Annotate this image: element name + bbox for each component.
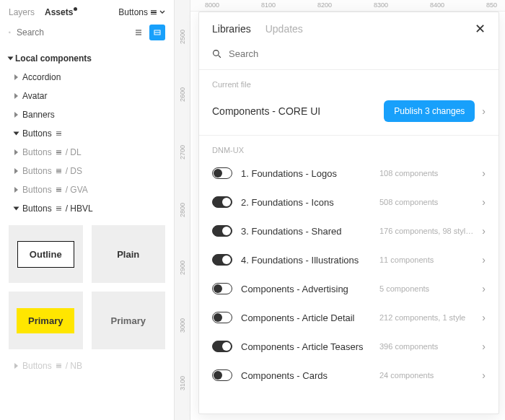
chevron-right-icon[interactable]: ›: [482, 196, 486, 208]
tree-item[interactable]: Accordion: [0, 68, 174, 87]
tree-item-sub[interactable]: Buttons/ HBVL: [0, 199, 174, 218]
tab-layers[interactable]: Layers: [9, 7, 35, 17]
publish-button[interactable]: Publish 3 changes: [384, 100, 475, 122]
component-thumb[interactable]: Primary: [9, 292, 83, 349]
chevron-right-icon[interactable]: ›: [482, 341, 486, 352]
svg-point-4: [214, 51, 219, 56]
library-name: 2. Foundations - Icons: [241, 197, 371, 208]
library-row[interactable]: 3. Foundations - Shared176 components, 9…: [199, 216, 499, 245]
tree-item-sub[interactable]: Buttons/ DL: [0, 143, 174, 162]
library-name: Components - Article Detail: [241, 312, 371, 323]
local-components-header[interactable]: Local components: [0, 49, 174, 68]
library-name: Components - Article Teasers: [241, 341, 371, 352]
chevron-right-icon[interactable]: ›: [482, 105, 486, 117]
team-label: DNM-UX: [199, 136, 499, 159]
assets-search-input[interactable]: [17, 27, 125, 38]
library-row[interactable]: Components - Article Teasers396 componen…: [199, 332, 499, 361]
library-row[interactable]: Components - Cards24 components›: [199, 361, 499, 390]
library-meta: 5 components: [379, 284, 473, 293]
tree-item-footer[interactable]: Buttons / NB: [0, 356, 174, 375]
caret-down-icon: [14, 207, 19, 211]
svg-point-0: [9, 32, 10, 33]
caret-right-icon: [14, 187, 18, 193]
caret-down-icon: [14, 132, 19, 136]
library-row[interactable]: 1. Foundations - Logos108 components›: [199, 159, 499, 188]
component-icon: [56, 188, 61, 192]
tab-assets[interactable]: Assets: [45, 7, 77, 17]
close-icon[interactable]: ✕: [475, 22, 486, 35]
component-thumb[interactable]: Outline: [9, 225, 83, 283]
library-name: Components - Advertising: [241, 284, 371, 294]
library-row[interactable]: Components - Advertising5 components›: [199, 274, 499, 303]
chevron-right-icon[interactable]: ›: [482, 369, 486, 381]
tree-item-sub[interactable]: Buttons/ DS: [0, 162, 174, 180]
component-icon: [56, 131, 61, 136]
library-meta: 212 components, 1 style: [379, 313, 473, 322]
tree-item[interactable]: Buttons: [0, 124, 174, 143]
search-icon: [212, 49, 221, 58]
svg-line-5: [219, 56, 221, 58]
chevron-right-icon[interactable]: ›: [482, 254, 486, 266]
caret-right-icon: [14, 112, 18, 118]
library-toggle[interactable]: [212, 167, 232, 179]
chevron-down-icon: [159, 9, 165, 15]
library-meta: 508 components: [379, 198, 473, 206]
vertical-ruler: 2500260027002800290030003100: [175, 0, 190, 420]
svg-line-1: [10, 33, 11, 34]
libraries-panel: Libraries Updates ✕ Current file Compone…: [198, 12, 499, 414]
library-meta: 396 components: [379, 342, 473, 351]
library-toggle[interactable]: [212, 369, 232, 381]
library-name: 3. Foundations - Shared: [241, 226, 371, 237]
current-file-label: Current file: [199, 70, 499, 93]
library-row[interactable]: Components - Article Detail212 component…: [199, 303, 499, 332]
chevron-right-icon[interactable]: ›: [482, 312, 486, 323]
chevron-right-icon[interactable]: ›: [482, 283, 486, 294]
libraries-search-input[interactable]: [229, 48, 486, 59]
grid-view-button[interactable]: [149, 25, 165, 40]
library-toggle[interactable]: [212, 341, 232, 352]
library-meta: 24 components: [379, 371, 473, 380]
list-view-button[interactable]: [131, 25, 146, 40]
caret-right-icon: [14, 149, 18, 155]
tree-item[interactable]: Avatar: [0, 87, 174, 105]
assets-sidebar: Layers Assets Buttons: [0, 0, 175, 420]
library-meta: 108 components: [379, 169, 473, 178]
component-thumb[interactable]: Plain: [92, 225, 166, 283]
caret-down-icon: [8, 57, 14, 61]
library-name: Components - Cards: [241, 370, 371, 381]
component-icon: [56, 364, 61, 368]
caret-right-icon: [14, 168, 18, 174]
library-toggle[interactable]: [212, 283, 232, 294]
assets-breadcrumb[interactable]: Buttons: [118, 7, 165, 17]
component-icon: [56, 206, 61, 211]
library-row[interactable]: 2. Foundations - Icons508 components›: [199, 188, 499, 216]
panel-tab-libraries[interactable]: Libraries: [212, 23, 251, 35]
library-meta: 11 components: [379, 255, 473, 264]
tree-item[interactable]: Banners: [0, 105, 174, 124]
library-toggle[interactable]: [212, 196, 232, 208]
caret-right-icon: [14, 74, 18, 80]
caret-right-icon: [14, 93, 18, 99]
library-name: 4. Foundations - Illustrations: [241, 255, 371, 266]
current-file-name: Components - CORE UI: [212, 105, 377, 117]
chevron-right-icon[interactable]: ›: [482, 225, 486, 237]
library-meta: 176 components, 98 styles: [379, 227, 473, 235]
library-toggle[interactable]: [212, 254, 232, 266]
caret-right-icon: [14, 363, 18, 369]
horizontal-ruler: 80008100820083008400850: [190, 0, 505, 12]
library-row[interactable]: 4. Foundations - Illustrations11 compone…: [199, 245, 499, 274]
library-toggle[interactable]: [212, 225, 232, 237]
chevron-right-icon[interactable]: ›: [482, 167, 486, 179]
library-toggle[interactable]: [212, 312, 232, 323]
component-thumb[interactable]: Primary: [92, 292, 166, 349]
search-icon: [9, 28, 11, 37]
library-name: 1. Foundations - Logos: [241, 168, 371, 179]
component-icon: [56, 150, 61, 154]
component-icon: [56, 169, 61, 173]
panel-tab-updates[interactable]: Updates: [265, 23, 303, 35]
component-icon: [151, 10, 157, 15]
tree-item-sub[interactable]: Buttons/ GVA: [0, 180, 174, 199]
